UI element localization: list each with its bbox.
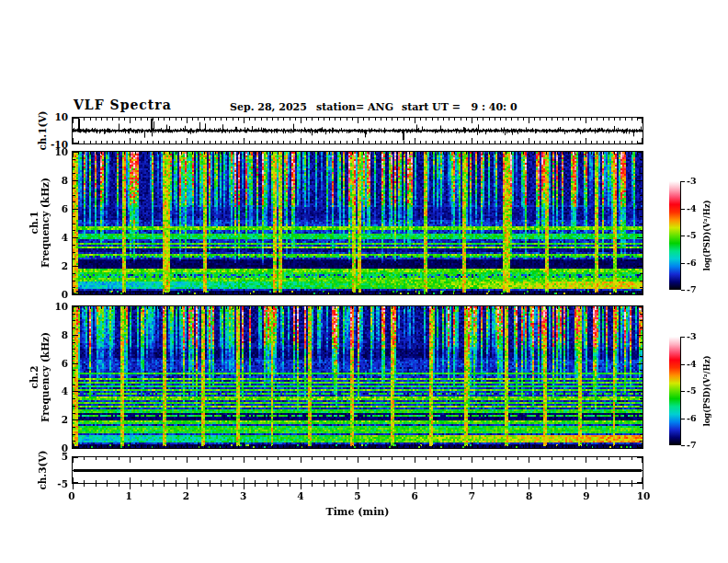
- ch1-voltage-panel: [72, 117, 643, 144]
- colorbar-tick-label: -3: [687, 331, 709, 342]
- spec2-axis-title-line1: ch.2: [28, 332, 40, 422]
- header-station: station= ANG: [316, 101, 393, 113]
- colorbar-tick-label: -7: [687, 440, 709, 451]
- colorbar-tick-label: -6: [687, 413, 709, 424]
- time-tick-label: 6: [404, 490, 426, 501]
- colorbar-tick-label: -5: [687, 385, 709, 396]
- figure-title: VLF Spectra: [74, 98, 172, 112]
- colorbar-tick-label: -5: [687, 230, 709, 241]
- colorbar-tick: [681, 419, 685, 419]
- header-start-ut: start UT = 9 : 40: 0: [402, 101, 518, 113]
- colorbar-tick-label: -6: [687, 258, 709, 269]
- time-tick-label: 5: [347, 490, 369, 501]
- colorbar-tick-label: -7: [687, 284, 709, 295]
- colorbar-tick: [681, 236, 685, 236]
- time-tick-label: 1: [118, 490, 140, 501]
- time-tick-label: 3: [233, 490, 255, 501]
- spec1-axis-title-line1: ch.1: [28, 178, 40, 268]
- ch2-spectrogram-ticks-canvas: [73, 306, 643, 448]
- colorbar-tick-label: -4: [687, 359, 709, 370]
- spec2-axis-title-line2: Frequency (kHz): [40, 332, 51, 422]
- freq-tick-label: 0: [51, 442, 68, 454]
- freq-tick-label: 8: [51, 175, 68, 186]
- colorbar-tick-label: -4: [687, 203, 709, 214]
- freq-tick-label: 10: [51, 146, 68, 157]
- colorbar-tick: [681, 290, 685, 291]
- time-tick-label: 2: [175, 490, 197, 501]
- colorbar-tick: [681, 445, 685, 446]
- freq-tick-label: 4: [51, 232, 68, 243]
- colorbar-tick: [681, 364, 685, 365]
- time-tick-label: 8: [518, 490, 540, 501]
- freq-tick-label: 4: [51, 385, 68, 396]
- spec1-axis-title-line2: Frequency (kHz): [40, 178, 51, 268]
- freq-tick-label: 10: [51, 301, 68, 312]
- header-date: Sep. 28, 2025: [230, 101, 307, 113]
- ch3-voltage-panel: [72, 456, 643, 484]
- time-tick-label: 0: [61, 490, 83, 501]
- vlf-spectra-figure: VLF Spectra Sep. 28, 2025 station= ANG s…: [0, 0, 728, 563]
- time-tick-label: 4: [290, 490, 312, 501]
- freq-tick-label: 8: [51, 329, 68, 340]
- ch1-voltage-waveform-canvas: [73, 118, 643, 144]
- colorbar-tick: [681, 263, 685, 264]
- ch3-voltage-waveform-canvas: [73, 457, 643, 483]
- ch1-spectrogram-panel: [72, 151, 643, 295]
- time-tick-label: 10: [632, 490, 654, 501]
- freq-tick-label: 6: [51, 358, 68, 369]
- colorbar-2: [669, 337, 681, 445]
- colorbar-tick: [681, 337, 685, 338]
- ch1v-axis-title: ch.1(V): [37, 110, 48, 150]
- time-tick-label: 7: [461, 490, 483, 501]
- spec1-axis-title: ch.1 Frequency (kHz): [28, 178, 51, 268]
- colorbar-tick: [681, 209, 685, 210]
- ch2-spectrogram-panel: [72, 305, 643, 449]
- colorbar-1: [669, 181, 681, 290]
- colorbar-tick: [681, 391, 685, 392]
- freq-tick-label: 0: [51, 289, 68, 300]
- spec2-axis-title: ch.2 Frequency (kHz): [28, 332, 51, 422]
- freq-tick-label: 2: [51, 260, 68, 271]
- ch1-spectrogram-ticks-canvas: [73, 152, 643, 294]
- ch3v-axis-title: ch.3(V): [37, 450, 48, 489]
- colorbar-tick: [681, 181, 685, 182]
- freq-tick-label: 6: [51, 203, 68, 214]
- freq-tick-label: 2: [51, 414, 68, 425]
- colorbar-tick-label: -3: [687, 176, 709, 187]
- x-axis-title: Time (min): [302, 506, 413, 518]
- time-tick-label: 9: [575, 490, 597, 501]
